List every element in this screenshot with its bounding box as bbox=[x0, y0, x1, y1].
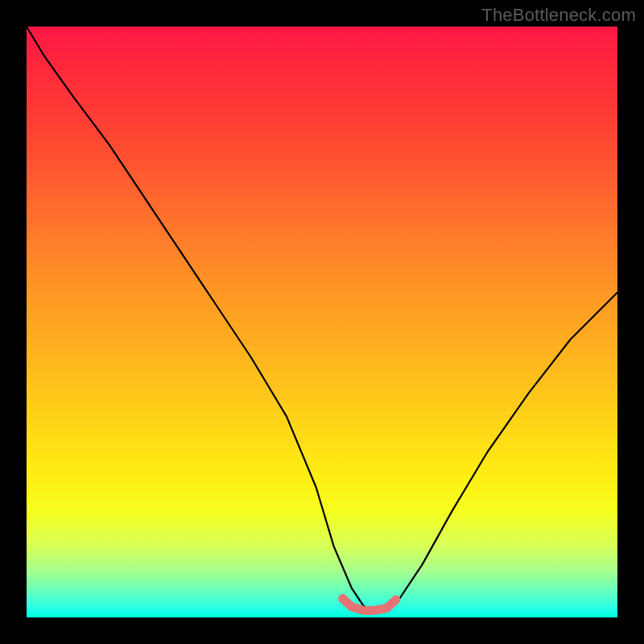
watermark-text: TheBottleneck.com bbox=[481, 5, 636, 26]
curve-layer bbox=[27, 27, 617, 617]
bottleneck-curve bbox=[27, 27, 617, 612]
chart-frame: TheBottleneck.com bbox=[0, 0, 644, 644]
optimal-highlight bbox=[343, 599, 396, 611]
gradient-plot-area bbox=[27, 27, 617, 617]
